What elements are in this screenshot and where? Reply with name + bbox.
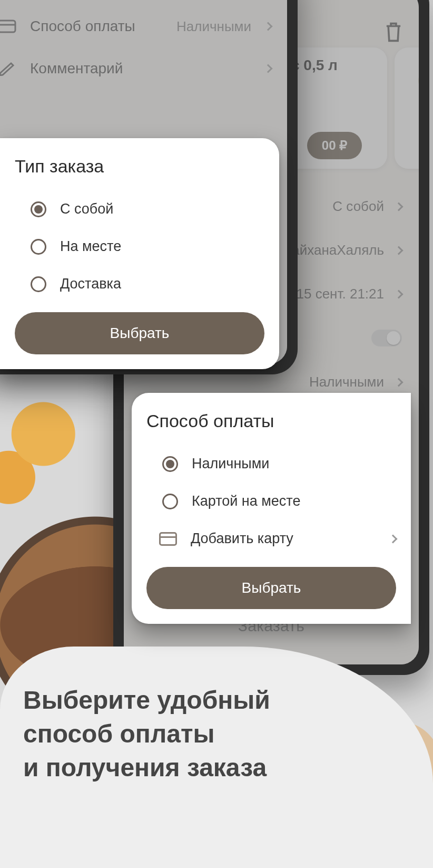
radio-selected-icon [31, 201, 46, 217]
option-label: Добавить карту [191, 531, 293, 547]
radio-selected-icon [162, 456, 178, 472]
option-card-onsite[interactable]: Картой на месте [146, 483, 396, 520]
option-delivery[interactable]: Доставка [15, 265, 264, 303]
option-label: С собой [60, 201, 113, 217]
select-button[interactable]: Выбрать [15, 312, 264, 354]
dialog-title: Тип заказа [15, 156, 264, 177]
card-icon [159, 532, 177, 546]
option-takeaway[interactable]: С собой [15, 190, 264, 228]
radio-icon [162, 494, 178, 509]
dialog-payment-method: Способ оплаты Наличными Картой на месте … [132, 393, 411, 624]
option-label: На месте [60, 238, 121, 255]
dialog-order-type: Тип заказа С собой На месте Доставка Выб… [0, 138, 279, 369]
option-label: Доставка [60, 276, 121, 292]
radio-icon [31, 239, 46, 255]
promo-line: способ оплаты [23, 720, 214, 748]
option-add-card[interactable]: Добавить карту [146, 520, 396, 557]
promo-line: Выберите удобный [23, 686, 270, 714]
chevron-right-icon [389, 534, 398, 543]
promo-line: и получения заказа [23, 754, 267, 782]
dialog-title: Способ оплаты [146, 411, 396, 431]
option-cash[interactable]: Наличными [146, 445, 396, 483]
select-button[interactable]: Выбрать [146, 567, 396, 609]
radio-icon [31, 276, 46, 292]
option-label: Наличными [192, 456, 269, 472]
option-label: Картой на месте [192, 493, 300, 509]
option-onsite[interactable]: На месте [15, 228, 264, 265]
